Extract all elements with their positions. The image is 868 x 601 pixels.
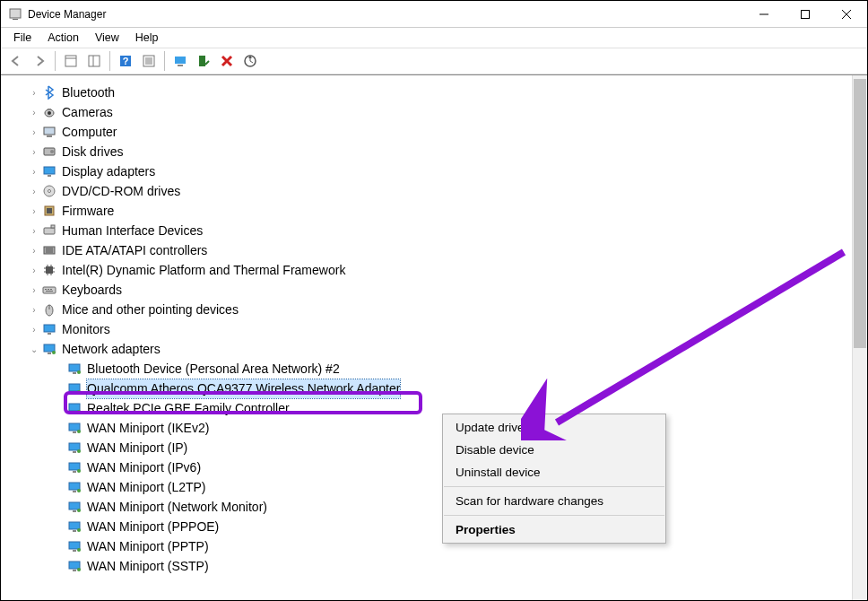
tree-node-ide[interactable]: ›IDE ATA/ATAPI controllers bbox=[28, 240, 867, 260]
tree-node-label: Mice and other pointing devices bbox=[62, 300, 239, 319]
chevron-right-icon[interactable]: › bbox=[28, 126, 40, 138]
chevron-right-icon[interactable]: › bbox=[28, 185, 40, 197]
net-icon bbox=[42, 342, 56, 356]
tree-node-label: Keyboards bbox=[62, 281, 122, 300]
menu-help[interactable]: Help bbox=[128, 30, 166, 46]
properties-button[interactable] bbox=[83, 50, 105, 72]
ctx-scan-hardware[interactable]: Scan for hardware changes bbox=[443, 490, 665, 512]
help-button[interactable]: ? bbox=[115, 50, 136, 72]
tree-node-wan-sstp[interactable]: WAN Miniport (SSTP) bbox=[53, 556, 867, 576]
net-icon bbox=[67, 401, 82, 415]
net-icon bbox=[67, 519, 82, 534]
action-properties-button[interactable] bbox=[138, 50, 160, 72]
svg-point-72 bbox=[77, 449, 81, 453]
tree-node-label: WAN Miniport (SSTP) bbox=[87, 557, 209, 576]
svg-rect-56 bbox=[48, 353, 51, 354]
toolbar-sep bbox=[164, 51, 165, 71]
tree-node-label: Display adapters bbox=[62, 162, 155, 181]
tree-node-network-adapters[interactable]: ⌄Network adapters bbox=[28, 339, 867, 359]
svg-rect-21 bbox=[44, 127, 55, 135]
svg-rect-22 bbox=[47, 135, 52, 137]
tree-node-dvd-cdrom[interactable]: ›DVD/CD-ROM drives bbox=[28, 181, 867, 201]
svg-rect-16 bbox=[199, 56, 205, 66]
close-button[interactable] bbox=[826, 1, 867, 28]
tree-node-label: Intel(R) Dynamic Platform and Thermal Fr… bbox=[62, 261, 345, 280]
tree-node-intel-dptf[interactable]: ›Intel(R) Dynamic Platform and Thermal F… bbox=[28, 260, 867, 280]
chevron-right-icon[interactable]: › bbox=[28, 205, 40, 217]
chevron-right-icon[interactable]: › bbox=[28, 106, 40, 118]
chevron-right-icon[interactable]: › bbox=[28, 264, 40, 276]
show-hide-tree-button[interactable] bbox=[60, 50, 82, 72]
svg-rect-14 bbox=[175, 57, 186, 64]
chevron-right-icon[interactable]: › bbox=[28, 303, 40, 316]
svg-rect-86 bbox=[73, 550, 76, 552]
svg-text:?: ? bbox=[123, 56, 129, 66]
tree-node-mice[interactable]: ›Mice and other pointing devices bbox=[28, 300, 867, 319]
svg-point-90 bbox=[77, 568, 81, 571]
uninstall-device-button[interactable] bbox=[216, 50, 238, 72]
maximize-button[interactable] bbox=[785, 1, 826, 28]
toolbar: ? bbox=[1, 48, 867, 74]
menu-file[interactable]: File bbox=[6, 30, 39, 46]
menu-view[interactable]: View bbox=[88, 30, 126, 46]
svg-rect-89 bbox=[73, 570, 76, 571]
tree-node-display-adapters[interactable]: ›Display adapters bbox=[28, 161, 867, 181]
menu-action[interactable]: Action bbox=[40, 30, 86, 46]
scrollbar[interactable] bbox=[852, 75, 867, 600]
svg-rect-62 bbox=[73, 392, 76, 394]
forward-button[interactable] bbox=[29, 50, 50, 72]
svg-point-57 bbox=[52, 351, 56, 354]
hid-icon bbox=[42, 223, 56, 238]
chevron-right-icon[interactable]: › bbox=[28, 86, 40, 99]
scan-hardware-button[interactable] bbox=[239, 50, 261, 72]
tree-node-label: Cameras bbox=[62, 103, 113, 122]
tree-node-label: WAN Miniport (IPv6) bbox=[87, 458, 201, 477]
chevron-right-icon[interactable]: › bbox=[28, 165, 40, 178]
tree-node-firmware[interactable]: ›Firmware bbox=[28, 201, 867, 221]
tree-node-computer[interactable]: ›Computer bbox=[28, 122, 867, 142]
update-driver-button[interactable] bbox=[169, 50, 191, 72]
tree-node-monitors[interactable]: ›Monitors bbox=[28, 319, 867, 339]
svg-point-69 bbox=[77, 430, 81, 433]
enable-device-button[interactable] bbox=[193, 50, 214, 72]
chevron-right-icon[interactable]: › bbox=[28, 224, 40, 237]
tree-area: ›Bluetooth›Cameras›Computer›Disk drives›… bbox=[1, 74, 867, 600]
bt-icon bbox=[42, 85, 56, 100]
svg-rect-73 bbox=[69, 463, 80, 470]
svg-rect-67 bbox=[69, 423, 80, 431]
net-icon bbox=[67, 480, 82, 494]
chevron-right-icon[interactable]: › bbox=[28, 244, 40, 257]
net-icon bbox=[67, 539, 82, 553]
svg-rect-30 bbox=[47, 208, 52, 213]
tree-node-bt-pan[interactable]: Bluetooth Device (Personal Area Network)… bbox=[53, 359, 867, 379]
chevron-right-icon[interactable]: › bbox=[28, 145, 40, 158]
svg-point-24 bbox=[50, 150, 54, 153]
ctx-uninstall-device[interactable]: Uninstall device bbox=[443, 461, 665, 483]
ctx-disable-device[interactable]: Disable device bbox=[443, 439, 665, 461]
net-icon bbox=[67, 559, 82, 573]
tree-node-keyboards[interactable]: ›Keyboards bbox=[28, 280, 867, 300]
svg-rect-15 bbox=[178, 65, 183, 66]
scrollbar-thumb[interactable] bbox=[854, 79, 866, 348]
minimize-button[interactable] bbox=[743, 1, 785, 28]
tree-node-hid[interactable]: ›Human Interface Devices bbox=[28, 221, 867, 240]
chevron-down-icon[interactable]: ⌄ bbox=[28, 343, 40, 355]
tree-node-label: WAN Miniport (Network Monitor) bbox=[87, 498, 267, 517]
monitor-icon bbox=[42, 322, 56, 336]
tree-node-label: WAN Miniport (PPTP) bbox=[87, 537, 209, 556]
tree-node-label: Firmware bbox=[62, 202, 114, 221]
svg-rect-49 bbox=[50, 289, 52, 290]
ctx-properties[interactable]: Properties bbox=[443, 518, 665, 541]
back-button[interactable] bbox=[5, 50, 27, 72]
chevron-right-icon[interactable]: › bbox=[28, 323, 40, 335]
device-tree[interactable]: ›Bluetooth›Cameras›Computer›Disk drives›… bbox=[1, 83, 867, 576]
svg-rect-83 bbox=[73, 530, 76, 532]
fw-icon bbox=[42, 204, 56, 218]
tree-node-cameras[interactable]: ›Cameras bbox=[28, 102, 867, 122]
tree-node-disk-drives[interactable]: ›Disk drives bbox=[28, 142, 867, 161]
ctx-update-driver[interactable]: Update driver bbox=[443, 416, 665, 439]
chevron-right-icon[interactable]: › bbox=[28, 283, 40, 296]
tree-node-bluetooth[interactable]: ›Bluetooth bbox=[28, 83, 867, 102]
tree-node-qca9377[interactable]: Qualcomm Atheros QCA9377 Wireless Networ… bbox=[53, 379, 867, 398]
net-icon bbox=[67, 361, 82, 376]
